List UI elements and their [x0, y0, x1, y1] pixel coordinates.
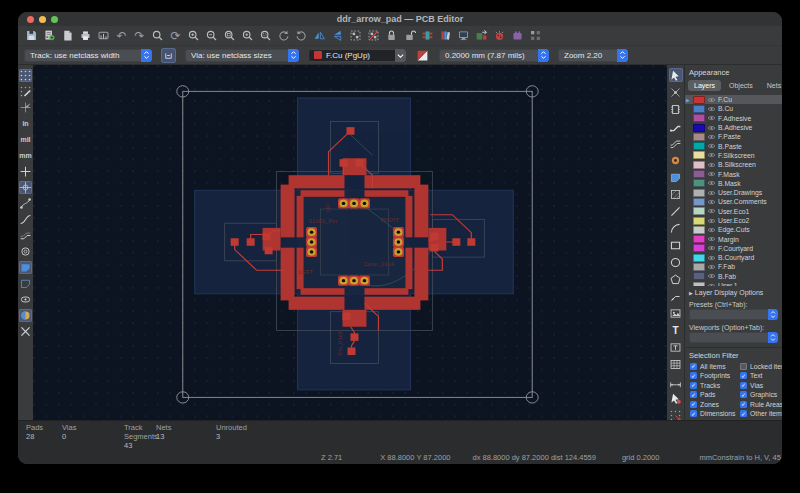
plot-button[interactable] — [96, 28, 111, 43]
layer-row[interactable]: F.Cu — [685, 95, 782, 104]
place-image-tool[interactable] — [669, 306, 683, 320]
checkbox-icon[interactable]: ✓ — [740, 401, 747, 408]
drc-check-button[interactable] — [492, 28, 507, 43]
lock-button[interactable] — [384, 28, 399, 43]
array-tool-button[interactable] — [528, 28, 543, 43]
stepper-icon[interactable] — [288, 49, 299, 62]
layer-row[interactable]: B.Adhesive — [685, 123, 782, 132]
rule-area-tool[interactable] — [669, 187, 683, 201]
checkbox-icon[interactable]: ✓ — [690, 372, 697, 379]
layer-row[interactable]: F.Mask — [685, 169, 782, 178]
units-inches-button[interactable]: in — [19, 117, 32, 130]
visibility-eye-icon[interactable] — [707, 115, 716, 121]
visibility-eye-icon[interactable] — [707, 152, 716, 158]
visibility-eye-icon[interactable] — [707, 171, 716, 177]
layer-row[interactable]: Edge.Cuts — [685, 225, 782, 234]
update-pcb-button[interactable] — [474, 28, 489, 43]
visibility-eye-icon[interactable] — [707, 227, 716, 233]
footprint-browser-button[interactable] — [438, 28, 453, 43]
filter-checkbox[interactable]: ✓ Pads — [690, 391, 740, 398]
visibility-eye-icon[interactable] — [707, 97, 716, 103]
visibility-eye-icon[interactable] — [707, 218, 716, 224]
leader-tool[interactable] — [669, 289, 683, 303]
layer-row[interactable]: B.Cu — [685, 104, 782, 113]
zoom-out-button[interactable] — [204, 28, 219, 43]
route-diff-pair-tool[interactable] — [669, 136, 683, 150]
place-table-tool[interactable] — [669, 357, 683, 371]
layer-display-options[interactable]: ▶Layer Display Options — [685, 286, 782, 299]
flip-horizontal-button[interactable] — [312, 28, 327, 43]
appearance-tab[interactable]: Nets — [761, 80, 782, 91]
layer-row[interactable]: B.Mask — [685, 179, 782, 188]
visibility-eye-icon[interactable] — [707, 264, 716, 270]
checkbox-icon[interactable]: ✓ — [690, 401, 697, 408]
checkbox-icon[interactable]: ✓ — [740, 382, 747, 389]
sketch-pads-button[interactable] — [19, 293, 32, 306]
footprint-editor-button[interactable] — [420, 28, 435, 43]
cross-probe-button[interactable] — [19, 325, 32, 338]
visibility-eye-icon[interactable] — [707, 125, 716, 131]
visibility-eye-icon[interactable] — [707, 199, 716, 205]
group-button[interactable] — [348, 28, 363, 43]
draw-circle-tool[interactable] — [669, 255, 683, 269]
zoom-in-button[interactable] — [186, 28, 201, 43]
checkbox-icon[interactable]: ✓ — [740, 391, 747, 398]
draw-rectangle-tool[interactable] — [669, 238, 683, 252]
ungroup-button[interactable] — [366, 28, 381, 43]
toggle-grid-button[interactable] — [19, 69, 32, 82]
highlight-net-tool[interactable] — [669, 85, 683, 99]
rotate-ccw-button[interactable] — [276, 28, 291, 43]
grid-size-select[interactable]: 0.2000 mm (7.87 mils) — [439, 49, 549, 62]
visibility-eye-icon[interactable] — [707, 283, 716, 286]
track-width-select[interactable]: Track: use netclass width — [24, 49, 152, 62]
zoom-selection-button[interactable] — [258, 28, 273, 43]
place-via-tool[interactable] — [669, 153, 683, 167]
curved-ratsnest-button[interactable] — [19, 213, 32, 226]
stepper-icon[interactable] — [141, 49, 152, 62]
polar-coords-button[interactable] — [19, 101, 32, 114]
filter-checkbox[interactable]: ✓ Graphics — [740, 391, 782, 398]
show-ratsnest-button[interactable] — [19, 197, 32, 210]
titlebar[interactable]: ddr_arrow_pad — PCB Editor — [18, 12, 782, 26]
filter-checkbox[interactable]: ✓ Dimensions — [690, 410, 740, 417]
find-button[interactable] — [150, 28, 165, 43]
filter-checkbox[interactable]: ✓ Footprints — [690, 372, 740, 379]
sketch-vias-button[interactable] — [19, 245, 32, 258]
board-setup-button[interactable] — [42, 28, 57, 43]
checkbox-icon[interactable]: ✓ — [690, 410, 697, 417]
visibility-eye-icon[interactable] — [707, 245, 716, 251]
visibility-eye-icon[interactable] — [707, 143, 716, 149]
grid-overrides-button[interactable] — [19, 85, 32, 98]
mirror-vertical-button[interactable] — [330, 28, 345, 43]
presets-select[interactable] — [689, 309, 778, 320]
cursor-shape-button[interactable] — [19, 165, 32, 178]
viewports-select[interactable] — [689, 332, 778, 343]
checkbox-icon[interactable]: ✓ — [740, 410, 747, 417]
checkbox-icon[interactable]: ✓ — [690, 363, 697, 370]
filter-checkbox[interactable]: ✓ Tracks — [690, 382, 740, 389]
print-button[interactable] — [78, 28, 93, 43]
auto-track-width-toggle[interactable] — [161, 48, 176, 63]
zoom-select[interactable]: Zoom 2.20 — [558, 49, 628, 62]
layer-row[interactable]: F.Silkscreen — [685, 151, 782, 160]
rotate-cw-button[interactable] — [294, 28, 309, 43]
checkbox-icon[interactable]: ✓ — [740, 372, 747, 379]
layer-row[interactable]: User.Comments — [685, 197, 782, 206]
zoom-fit-objects-button[interactable] — [240, 28, 255, 43]
full-crosshair-button[interactable] — [19, 181, 32, 194]
units-mils-button[interactable]: mil — [19, 133, 32, 146]
filter-checkbox[interactable]: ✓ Vias — [740, 382, 782, 389]
checkbox-icon[interactable]: ✓ — [740, 363, 747, 370]
layer-row[interactable]: User.Eco1 — [685, 207, 782, 216]
filter-checkbox[interactable]: ✓ Zones — [690, 401, 740, 408]
checkbox-icon[interactable]: ✓ — [690, 382, 697, 389]
redo-button[interactable]: ↷ — [132, 28, 147, 43]
save-button[interactable] — [24, 28, 39, 43]
undo-button[interactable]: ↶ — [114, 28, 129, 43]
filter-checkbox[interactable]: ✓ Locked items — [740, 363, 782, 370]
visibility-eye-icon[interactable] — [707, 106, 716, 112]
dimension-tool[interactable] — [669, 374, 683, 388]
plugin-button[interactable] — [510, 28, 525, 43]
stepper-icon[interactable] — [768, 332, 778, 343]
place-footprint-tool[interactable] — [669, 102, 683, 116]
